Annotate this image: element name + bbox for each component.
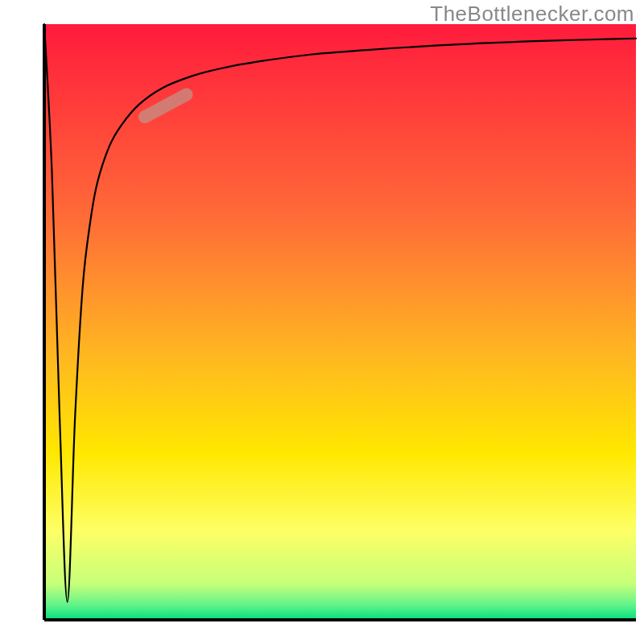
chart-canvas [0,0,644,644]
chart-stage: TheBottlenecker.com [0,0,644,644]
watermark-text: TheBottlenecker.com [430,2,634,27]
plot-background [44,24,636,620]
